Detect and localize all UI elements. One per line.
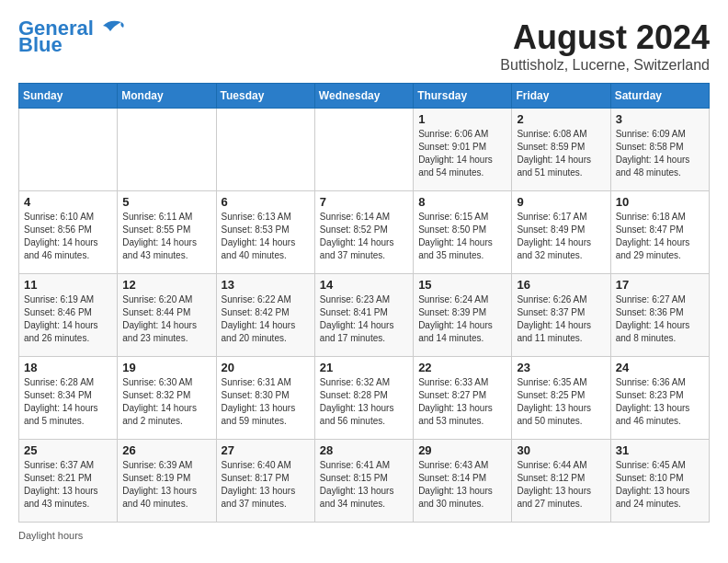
day-info: Sunrise: 6:22 AMSunset: 8:42 PMDaylight:… — [222, 293, 310, 345]
calendar-cell: 20Sunrise: 6:31 AMSunset: 8:30 PMDayligh… — [216, 357, 314, 440]
day-info: Sunrise: 6:35 AMSunset: 8:25 PMDaylight:… — [517, 376, 605, 428]
day-info: Sunrise: 6:11 AMSunset: 8:55 PMDaylight:… — [122, 211, 210, 262]
page-subtitle: Buttisholz, Lucerne, Switzerland — [500, 57, 710, 74]
day-number: 17 — [616, 278, 704, 292]
day-info: Sunrise: 6:30 AMSunset: 8:32 PMDaylight:… — [122, 376, 210, 428]
day-info: Sunrise: 6:39 AMSunset: 8:19 PMDaylight:… — [122, 459, 210, 511]
day-number: 2 — [517, 112, 605, 126]
day-info: Sunrise: 6:13 AMSunset: 8:53 PMDaylight:… — [222, 211, 310, 262]
calendar-cell: 8Sunrise: 6:15 AMSunset: 8:50 PMDaylight… — [414, 191, 512, 274]
calendar-cell: 10Sunrise: 6:18 AMSunset: 8:47 PMDayligh… — [610, 191, 709, 274]
day-number: 5 — [122, 195, 210, 209]
day-info: Sunrise: 6:33 AMSunset: 8:27 PMDaylight:… — [418, 376, 506, 428]
logo: General Blue — [18, 18, 125, 55]
day-info: Sunrise: 6:45 AMSunset: 8:10 PMDaylight:… — [616, 459, 704, 511]
calendar-cell — [314, 109, 413, 191]
calendar-table: SundayMondayTuesdayWednesdayThursdayFrid… — [18, 83, 710, 523]
day-info: Sunrise: 6:41 AMSunset: 8:15 PMDaylight:… — [320, 459, 408, 511]
week-row-1: 4Sunrise: 6:10 AMSunset: 8:56 PMDaylight… — [19, 191, 710, 274]
calendar-cell: 22Sunrise: 6:33 AMSunset: 8:27 PMDayligh… — [414, 357, 512, 440]
title-block: August 2024 Buttisholz, Lucerne, Switzer… — [500, 18, 710, 74]
header-saturday: Saturday — [610, 84, 709, 109]
day-number: 29 — [418, 443, 506, 457]
week-row-4: 25Sunrise: 6:37 AMSunset: 8:21 PMDayligh… — [19, 440, 710, 523]
calendar-cell: 17Sunrise: 6:27 AMSunset: 8:36 PMDayligh… — [610, 274, 709, 357]
day-number: 1 — [418, 112, 506, 126]
calendar-header: SundayMondayTuesdayWednesdayThursdayFrid… — [19, 84, 710, 109]
day-info: Sunrise: 6:32 AMSunset: 8:28 PMDaylight:… — [320, 376, 408, 428]
calendar-cell — [19, 109, 118, 191]
day-number: 28 — [320, 443, 408, 457]
day-info: Sunrise: 6:14 AMSunset: 8:52 PMDaylight:… — [320, 211, 408, 262]
page-title: August 2024 — [500, 18, 710, 57]
calendar-cell: 24Sunrise: 6:36 AMSunset: 8:23 PMDayligh… — [610, 357, 709, 440]
day-info: Sunrise: 6:40 AMSunset: 8:17 PMDaylight:… — [222, 459, 310, 511]
calendar-cell: 28Sunrise: 6:41 AMSunset: 8:15 PMDayligh… — [314, 440, 413, 523]
day-number: 4 — [24, 195, 112, 209]
calendar-cell: 27Sunrise: 6:40 AMSunset: 8:17 PMDayligh… — [216, 440, 314, 523]
day-number: 12 — [122, 278, 210, 292]
header-wednesday: Wednesday — [314, 84, 413, 109]
calendar-cell — [118, 109, 216, 191]
calendar-cell: 30Sunrise: 6:44 AMSunset: 8:12 PMDayligh… — [512, 440, 610, 523]
day-number: 7 — [320, 195, 408, 209]
calendar-cell: 29Sunrise: 6:43 AMSunset: 8:14 PMDayligh… — [414, 440, 512, 523]
header-tuesday: Tuesday — [216, 84, 314, 109]
header-monday: Monday — [118, 84, 216, 109]
calendar-cell: 3Sunrise: 6:09 AMSunset: 8:58 PMDaylight… — [610, 109, 709, 191]
day-info: Sunrise: 6:31 AMSunset: 8:30 PMDaylight:… — [222, 376, 310, 428]
page-header: General Blue August 2024 Buttisholz, Luc… — [18, 18, 710, 74]
day-number: 18 — [24, 361, 112, 374]
calendar-cell: 11Sunrise: 6:19 AMSunset: 8:46 PMDayligh… — [19, 274, 118, 357]
day-number: 27 — [222, 443, 310, 457]
calendar-cell: 21Sunrise: 6:32 AMSunset: 8:28 PMDayligh… — [314, 357, 413, 440]
day-info: Sunrise: 6:36 AMSunset: 8:23 PMDaylight:… — [616, 376, 704, 428]
day-info: Sunrise: 6:15 AMSunset: 8:50 PMDaylight:… — [418, 211, 506, 262]
day-number: 23 — [517, 361, 605, 374]
day-number: 15 — [418, 278, 506, 292]
calendar-cell: 25Sunrise: 6:37 AMSunset: 8:21 PMDayligh… — [19, 440, 118, 523]
day-number: 30 — [517, 443, 605, 457]
calendar-cell: 19Sunrise: 6:30 AMSunset: 8:32 PMDayligh… — [118, 357, 216, 440]
calendar-cell: 9Sunrise: 6:17 AMSunset: 8:49 PMDaylight… — [512, 191, 610, 274]
day-number: 22 — [418, 361, 506, 374]
day-info: Sunrise: 6:17 AMSunset: 8:49 PMDaylight:… — [517, 211, 605, 262]
day-number: 20 — [222, 361, 310, 374]
day-info: Sunrise: 6:23 AMSunset: 8:41 PMDaylight:… — [320, 293, 408, 345]
day-info: Sunrise: 6:06 AMSunset: 9:01 PMDaylight:… — [418, 128, 506, 179]
calendar-cell: 23Sunrise: 6:35 AMSunset: 8:25 PMDayligh… — [512, 357, 610, 440]
day-number: 3 — [616, 112, 704, 126]
day-info: Sunrise: 6:19 AMSunset: 8:46 PMDaylight:… — [24, 293, 112, 345]
day-number: 19 — [122, 361, 210, 374]
week-row-2: 11Sunrise: 6:19 AMSunset: 8:46 PMDayligh… — [19, 274, 710, 357]
header-friday: Friday — [512, 84, 610, 109]
calendar-cell: 5Sunrise: 6:11 AMSunset: 8:55 PMDaylight… — [118, 191, 216, 274]
footer-note: Daylight hours — [18, 530, 710, 541]
day-number: 9 — [517, 195, 605, 209]
week-row-3: 18Sunrise: 6:28 AMSunset: 8:34 PMDayligh… — [19, 357, 710, 440]
day-info: Sunrise: 6:08 AMSunset: 8:59 PMDaylight:… — [517, 128, 605, 179]
calendar-cell: 31Sunrise: 6:45 AMSunset: 8:10 PMDayligh… — [610, 440, 709, 523]
day-info: Sunrise: 6:27 AMSunset: 8:36 PMDaylight:… — [616, 293, 704, 345]
calendar-cell: 6Sunrise: 6:13 AMSunset: 8:53 PMDaylight… — [216, 191, 314, 274]
calendar-cell: 4Sunrise: 6:10 AMSunset: 8:56 PMDaylight… — [19, 191, 118, 274]
calendar-cell: 1Sunrise: 6:06 AMSunset: 9:01 PMDaylight… — [414, 109, 512, 191]
day-info: Sunrise: 6:28 AMSunset: 8:34 PMDaylight:… — [24, 376, 112, 428]
day-info: Sunrise: 6:24 AMSunset: 8:39 PMDaylight:… — [418, 293, 506, 345]
calendar-cell: 2Sunrise: 6:08 AMSunset: 8:59 PMDaylight… — [512, 109, 610, 191]
day-number: 24 — [616, 361, 704, 374]
day-number: 10 — [616, 195, 704, 209]
calendar-cell: 18Sunrise: 6:28 AMSunset: 8:34 PMDayligh… — [19, 357, 118, 440]
calendar-body: 1Sunrise: 6:06 AMSunset: 9:01 PMDaylight… — [19, 109, 710, 523]
day-info: Sunrise: 6:10 AMSunset: 8:56 PMDaylight:… — [24, 211, 112, 262]
week-row-0: 1Sunrise: 6:06 AMSunset: 9:01 PMDaylight… — [19, 109, 710, 191]
day-number: 14 — [320, 278, 408, 292]
day-info: Sunrise: 6:26 AMSunset: 8:37 PMDaylight:… — [517, 293, 605, 345]
logo-bird-icon — [96, 18, 125, 39]
header-thursday: Thursday — [414, 84, 512, 109]
day-info: Sunrise: 6:43 AMSunset: 8:14 PMDaylight:… — [418, 459, 506, 511]
day-number: 13 — [222, 278, 310, 292]
day-info: Sunrise: 6:37 AMSunset: 8:21 PMDaylight:… — [24, 459, 112, 511]
day-info: Sunrise: 6:44 AMSunset: 8:12 PMDaylight:… — [517, 459, 605, 511]
day-number: 6 — [222, 195, 310, 209]
